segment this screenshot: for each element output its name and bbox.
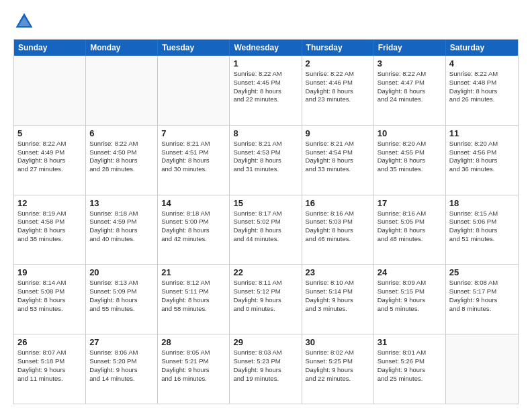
daylight-continued-text: and 11 minutes. xyxy=(17,375,82,383)
sunrise-text: Sunrise: 8:21 AM xyxy=(306,140,370,148)
daylight-text: Daylight: 9 hours xyxy=(306,366,370,375)
daylight-continued-text: and 46 minutes. xyxy=(306,235,370,244)
day-number: 14 xyxy=(161,198,226,208)
day-number: 10 xyxy=(378,128,442,138)
calendar-cell: 3Sunrise: 8:22 AMSunset: 4:47 PMDaylight… xyxy=(374,56,446,125)
sunrise-text: Sunrise: 8:21 AM xyxy=(233,140,298,148)
sunset-text: Sunset: 5:08 PM xyxy=(17,287,82,296)
day-number: 17 xyxy=(378,198,442,208)
day-number: 3 xyxy=(378,58,442,68)
daylight-continued-text: and 48 minutes. xyxy=(378,235,442,244)
sunset-text: Sunset: 5:15 PM xyxy=(378,287,442,296)
calendar-cell: 30Sunrise: 8:02 AMSunset: 5:25 PMDayligh… xyxy=(302,334,374,404)
daylight-continued-text: and 36 minutes. xyxy=(449,165,515,174)
daylight-continued-text: and 8 minutes. xyxy=(449,305,515,314)
day-number: 31 xyxy=(378,337,442,347)
daylight-continued-text: and 51 minutes. xyxy=(449,235,515,244)
sunset-text: Sunset: 4:55 PM xyxy=(378,148,442,157)
daylight-continued-text: and 40 minutes. xyxy=(89,235,154,244)
calendar-cell: 29Sunrise: 8:03 AMSunset: 5:23 PMDayligh… xyxy=(230,334,302,404)
daylight-continued-text: and 33 minutes. xyxy=(306,165,370,174)
day-number: 12 xyxy=(17,198,82,208)
daylight-text: Daylight: 8 hours xyxy=(449,87,515,96)
day-number: 22 xyxy=(233,267,298,277)
sunrise-text: Sunrise: 8:09 AM xyxy=(378,279,442,287)
calendar-cell: 8Sunrise: 8:21 AMSunset: 4:53 PMDaylight… xyxy=(230,126,302,195)
daylight-text: Daylight: 8 hours xyxy=(161,156,226,165)
sunset-text: Sunset: 5:03 PM xyxy=(306,218,370,226)
daylight-continued-text: and 25 minutes. xyxy=(378,375,442,383)
day-number: 13 xyxy=(89,198,154,208)
calendar-cell: 24Sunrise: 8:09 AMSunset: 5:15 PMDayligh… xyxy=(374,265,446,334)
daylight-continued-text: and 24 minutes. xyxy=(378,95,442,104)
weekday-header: Wednesday xyxy=(230,40,302,56)
sunrise-text: Sunrise: 8:22 AM xyxy=(17,140,82,148)
daylight-text: Daylight: 9 hours xyxy=(306,296,370,305)
weekday-header: Tuesday xyxy=(158,40,230,56)
sunset-text: Sunset: 5:00 PM xyxy=(161,218,226,226)
calendar-cell: 10Sunrise: 8:20 AMSunset: 4:55 PMDayligh… xyxy=(374,126,446,195)
daylight-continued-text: and 22 minutes. xyxy=(233,95,298,104)
daylight-text: Daylight: 9 hours xyxy=(233,296,298,305)
weekday-header: Thursday xyxy=(302,40,374,56)
calendar-cell: 2Sunrise: 8:22 AMSunset: 4:46 PMDaylight… xyxy=(302,56,374,125)
daylight-text: Daylight: 8 hours xyxy=(17,226,82,235)
daylight-continued-text: and 27 minutes. xyxy=(17,165,82,174)
sunrise-text: Sunrise: 8:02 AM xyxy=(306,349,370,357)
sunset-text: Sunset: 4:48 PM xyxy=(449,79,515,87)
sunrise-text: Sunrise: 8:22 AM xyxy=(233,70,298,79)
calendar-cell xyxy=(446,334,518,404)
sunrise-text: Sunrise: 8:14 AM xyxy=(17,279,82,287)
sunrise-text: Sunrise: 8:22 AM xyxy=(89,140,154,148)
calendar-cell: 5Sunrise: 8:22 AMSunset: 4:49 PMDaylight… xyxy=(14,126,86,195)
sunrise-text: Sunrise: 8:11 AM xyxy=(233,279,298,287)
day-number: 1 xyxy=(233,58,298,68)
calendar-cell: 21Sunrise: 8:12 AMSunset: 5:11 PMDayligh… xyxy=(158,265,230,334)
daylight-continued-text: and 58 minutes. xyxy=(161,305,226,314)
daylight-continued-text: and 22 minutes. xyxy=(306,375,370,383)
header xyxy=(13,11,519,32)
calendar-header: SundayMondayTuesdayWednesdayThursdayFrid… xyxy=(14,40,518,56)
day-number: 29 xyxy=(233,337,298,347)
calendar-cell: 7Sunrise: 8:21 AMSunset: 4:51 PMDaylight… xyxy=(158,126,230,195)
daylight-continued-text: and 28 minutes. xyxy=(89,165,154,174)
daylight-text: Daylight: 8 hours xyxy=(378,156,442,165)
logo xyxy=(13,11,38,32)
day-number: 4 xyxy=(449,58,515,68)
sunset-text: Sunset: 4:51 PM xyxy=(161,148,226,157)
calendar-cell: 31Sunrise: 8:01 AMSunset: 5:26 PMDayligh… xyxy=(374,334,446,404)
daylight-text: Daylight: 8 hours xyxy=(161,226,226,235)
calendar-cell: 6Sunrise: 8:22 AMSunset: 4:50 PMDaylight… xyxy=(86,126,158,195)
sunrise-text: Sunrise: 8:22 AM xyxy=(378,70,442,79)
sunset-text: Sunset: 4:58 PM xyxy=(17,218,82,226)
sunset-text: Sunset: 4:54 PM xyxy=(306,148,370,157)
daylight-continued-text: and 23 minutes. xyxy=(306,95,370,104)
sunrise-text: Sunrise: 8:17 AM xyxy=(233,210,298,218)
sunrise-text: Sunrise: 8:06 AM xyxy=(89,349,154,357)
sunrise-text: Sunrise: 8:13 AM xyxy=(89,279,154,287)
sunset-text: Sunset: 5:25 PM xyxy=(306,357,370,366)
daylight-continued-text: and 55 minutes. xyxy=(89,305,154,314)
sunrise-text: Sunrise: 8:03 AM xyxy=(233,349,298,357)
sunset-text: Sunset: 5:14 PM xyxy=(306,287,370,296)
weekday-header: Saturday xyxy=(446,40,518,56)
daylight-text: Daylight: 8 hours xyxy=(17,296,82,305)
daylight-text: Daylight: 8 hours xyxy=(17,156,82,165)
daylight-text: Daylight: 9 hours xyxy=(17,366,82,375)
calendar-row: 26Sunrise: 8:07 AMSunset: 5:18 PMDayligh… xyxy=(14,334,518,404)
calendar-cell: 14Sunrise: 8:18 AMSunset: 5:00 PMDayligh… xyxy=(158,195,230,265)
day-number: 9 xyxy=(306,128,370,138)
calendar-cell: 20Sunrise: 8:13 AMSunset: 5:09 PMDayligh… xyxy=(86,265,158,334)
sunset-text: Sunset: 4:56 PM xyxy=(449,148,515,157)
daylight-text: Daylight: 9 hours xyxy=(161,366,226,375)
sunrise-text: Sunrise: 8:18 AM xyxy=(161,210,226,218)
calendar-cell: 23Sunrise: 8:10 AMSunset: 5:14 PMDayligh… xyxy=(302,265,374,334)
calendar-row: 12Sunrise: 8:19 AMSunset: 4:58 PMDayligh… xyxy=(14,195,518,265)
sunset-text: Sunset: 5:20 PM xyxy=(89,357,154,366)
daylight-continued-text: and 38 minutes. xyxy=(17,235,82,244)
calendar-cell: 18Sunrise: 8:15 AMSunset: 5:06 PMDayligh… xyxy=(446,195,518,265)
daylight-continued-text: and 0 minutes. xyxy=(233,305,298,314)
calendar-cell: 9Sunrise: 8:21 AMSunset: 4:54 PMDaylight… xyxy=(302,126,374,195)
daylight-text: Daylight: 9 hours xyxy=(449,296,515,305)
calendar-cell xyxy=(86,56,158,125)
